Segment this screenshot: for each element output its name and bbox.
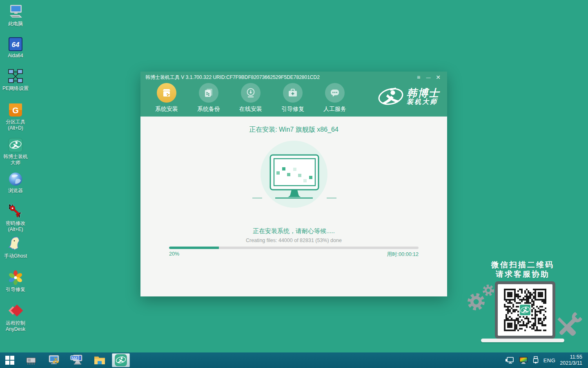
taskbar-chip-tool[interactable] [20,352,42,368]
ghost-icon [7,236,24,252]
qr-help-panel: 微信扫描二维码 请求客服协助 [461,260,585,348]
progress-bar [169,247,419,249]
tray-clock[interactable]: 11:55 2021/3/11 [560,354,582,366]
nav-boot-repair[interactable]: 引导修复 [278,83,307,113]
tools-icon [549,310,586,345]
system-tray: ENG 11:55 2021/3/11 [506,354,588,366]
backup-icon [199,83,218,103]
usb-eject-icon[interactable] [532,356,539,364]
desktop-icon-ghost[interactable]: 手动Ghost [0,236,31,259]
nav-label: 引导修复 [281,105,304,113]
desktop-icon-password[interactable]: NT 密码修改 (Alt+E) [0,203,31,233]
desktop-icon-label: 韩博士装机 [3,154,28,160]
brand-subname: 装机大师 [407,98,440,105]
box-icon [157,83,176,103]
gears-icon [463,284,497,313]
nt-password-icon: NT [7,203,24,219]
desktop-icon-label: 浏览器 [8,188,23,194]
desktop-icon-boot-repair[interactable]: 引导修复 [0,269,31,293]
desktop-icon-hanboshi[interactable]: 韩博士装机 大师 [0,136,31,166]
chat-icon [325,83,345,103]
desktop-icon-label2: (Alt+E) [8,227,23,233]
desktop-icon-partition-tool[interactable]: G 分区工具 (Alt+D) [0,101,31,131]
brand-logo-icon [377,86,404,107]
nav-label: 人工服务 [323,105,346,113]
toolbox-icon [283,83,303,103]
status-text-cn: 正在安装系统，请耐心等候..... [140,227,447,235]
network-icon[interactable] [506,357,514,364]
svg-text:G: G [12,106,19,115]
qr-help-line1: 微信扫描二维码 [461,260,585,269]
display-settings-icon[interactable] [519,357,528,364]
anydesk-icon [7,303,24,319]
elapsed-time-label: 用时:00:00:12 [387,251,419,258]
installer-window: 韩博士装机工具 V 3.1.700.322 URID:CF7F9BDF82073… [140,72,447,296]
svg-text:64: 64 [12,41,20,49]
qr-center-logo [519,304,531,316]
taskbar: ENG 11:55 2021/3/11 [0,352,588,368]
nav-support[interactable]: 人工服务 [320,83,350,113]
progress-fill [169,247,219,249]
desktop-icon-anydesk[interactable]: 远程控制 AnyDesk [0,303,31,332]
brand-logo: 韩博士 装机大师 [377,86,440,107]
desktop-icon-label: 分区工具 [6,119,25,125]
download-icon [241,83,261,103]
taskbar-file-explorer[interactable] [88,352,111,368]
language-indicator[interactable]: ENG [543,357,556,364]
desktop-icon-pe-network[interactable]: PE网络设置 [0,68,31,92]
tray-time: 11:55 [560,354,582,360]
menu-button[interactable]: ≡ [414,73,423,81]
taskbar-hanboshi-app[interactable] [112,353,130,367]
this-pc-icon [7,3,24,20]
desktop-icon-label2: AnyDesk [6,326,25,332]
pinwheel-icon [8,269,23,285]
desktop-icon-label: Aida64 [8,53,23,59]
desktop-icon-label: 引导修复 [6,287,25,293]
minimize-button[interactable]: — [423,73,433,81]
nav-bar: 系统安装 系统备份 在线安装 引导修复 [140,83,447,113]
desktop-icon-this-pc[interactable]: 此电脑 [0,3,31,27]
nav-label: 系统安装 [155,105,178,113]
aida64-icon: 64 [8,35,23,52]
nav-online-install[interactable]: 在线安装 [236,83,265,113]
window-header: 韩博士装机工具 V 3.1.700.322 URID:CF7F9BDF82073… [140,72,447,117]
status-text-en: Creating files: 44000 of 82831 (53%) don… [140,238,447,243]
close-button[interactable]: ✕ [433,73,443,81]
qr-code [498,284,552,336]
nav-label: 系统备份 [197,105,220,113]
nav-system-install[interactable]: 系统安装 [152,83,181,113]
desktop-icon-label: 此电脑 [8,21,23,27]
desktop-icon-browser[interactable]: 浏览器 [0,170,31,194]
window-body: 正在安装: Win7 旗舰版 x86_64 正在安装系统，请耐心等候..... … [140,117,447,296]
desktop-icon-aida64[interactable]: 64 Aida64 [0,35,31,59]
hanboshi-icon [8,136,23,153]
desktop-icon-label2: 大师 [11,160,20,166]
qr-help-line2: 请求客服协助 [461,269,585,279]
desktop-icon-label: 手动Ghost [4,253,27,259]
desktop-icon-label: 远程控制 [6,320,25,326]
desktop-icon-label2: (Alt+D) [8,125,23,131]
window-title: 韩博士装机工具 V 3.1.700.322 URID:CF7F9BDF82073… [145,74,414,81]
monitor-illustration [249,138,339,213]
tray-date: 2021/3/11 [560,360,582,366]
start-button[interactable] [0,352,20,368]
desktop-icon-label: PE网络设置 [2,85,29,92]
diskgenius-icon: G [8,101,23,118]
brand-name: 韩博士 [407,88,440,98]
taskbar-snip-tool[interactable] [42,352,65,368]
installing-title: 正在安装: Win7 旗舰版 x86_64 [140,126,447,134]
nav-system-backup[interactable]: 系统备份 [194,83,223,113]
nav-label: 在线安装 [239,105,262,113]
qr-laptop-frame [495,281,555,339]
desktop-icon-label: 密码修改 [6,220,25,227]
network-icon [8,68,23,84]
titlebar[interactable]: 韩博士装机工具 V 3.1.700.322 URID:CF7F9BDF82073… [140,72,447,83]
globe-icon [8,170,23,186]
taskbar-on-screen-keyboard[interactable] [65,352,88,368]
progress-percent-label: 20% [169,251,179,258]
